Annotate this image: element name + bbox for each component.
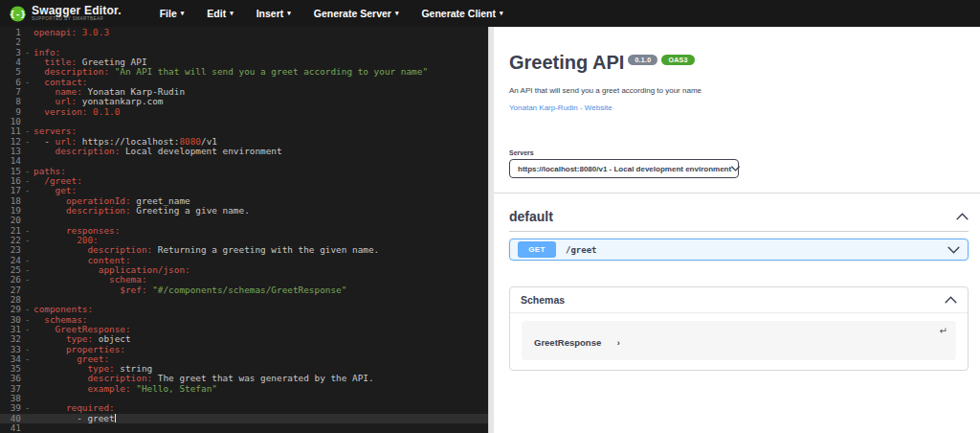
code-line[interactable]: 41 [0,423,488,433]
chevron-down-icon: ▾ [287,10,291,17]
fold-gutter [21,374,33,383]
code-line[interactable]: 2 [0,37,488,47]
operation-get-greet[interactable]: GET /greet [509,239,969,261]
code-text [33,423,488,433]
brand-text: Swagger Editor. supported by SMARTBEAR [32,5,122,22]
code-text [33,295,488,305]
code-text: $ref: "#/components/schemas/GreetRespons… [33,285,488,295]
servers-label: Servers [509,149,969,156]
fold-marker-icon[interactable]: - [21,403,33,413]
schemas-title: Schemas [521,294,565,306]
code-line[interactable]: 14 [0,156,488,166]
menu-file[interactable]: File▾ [160,8,185,19]
fold-marker-icon[interactable]: - [21,137,33,147]
code-line[interactable]: 9 version: 0.1.0 [0,107,488,117]
servers-section: Servers https://localhost:8080/v1 - Loca… [509,149,969,178]
chevron-up-icon[interactable] [956,213,969,220]
tag-section-default: default GET /greet [509,209,969,261]
swagger-ui-preview: Greeting API0.1.0OAS3 An API that will s… [494,27,980,433]
menu-label: Generate Client [421,8,496,19]
code-text [33,156,488,166]
code-line[interactable]: 13 description: Local development enviro… [0,147,488,156]
swagger-logo-icon: {-} [10,6,26,22]
code-text: components: [33,305,488,314]
code-text: description: Local development environme… [33,147,488,156]
line-number: 32 [0,334,21,344]
menu-label: File [160,8,177,19]
fold-gutter [21,384,33,394]
fold-gutter [21,245,33,255]
version-badge: 0.1.0 [628,55,657,65]
menu-label: Edit [207,8,226,19]
code-text: - greet [33,414,488,423]
code-line[interactable]: 27 $ref: "#/components/schemas/GreetResp… [0,285,488,295]
menu-generate-client[interactable]: Generate Client▾ [421,8,502,19]
get-method-badge: GET [518,241,556,258]
chevron-up-icon[interactable] [945,296,957,304]
fold-marker-icon[interactable]: - [21,305,33,314]
operation-path: /greet [566,245,947,255]
tag-default-header[interactable]: default [509,209,969,232]
fold-marker-icon[interactable]: - [21,325,33,334]
brand[interactable]: {-} Swagger Editor. supported by SMARTBE… [10,5,122,22]
line-number: 23 [0,245,21,255]
fold-gutter [21,364,33,374]
menu-insert[interactable]: Insert▾ [256,8,291,19]
code-text: description: "An API that will send you … [33,67,488,77]
menu-label: Insert [256,8,284,19]
fold-marker-icon[interactable]: - [21,236,33,245]
code-text: example: "Hello, Stefan" [33,384,488,394]
yaml-editor[interactable]: 1openapi: 3.0.323-info:4 title: Greeting… [0,27,488,433]
tag-name: default [509,209,553,224]
fold-marker-icon[interactable]: - [21,78,33,87]
fold-gutter [21,28,33,37]
fold-gutter [21,107,33,117]
jump-to-editor-icon[interactable]: ↵ [940,326,947,336]
menu-label: Generate Server [314,8,391,19]
swagger-editor-app: {-} Swagger Editor. supported by SMARTBE… [0,0,980,433]
fold-gutter [21,414,33,423]
fold-marker-icon[interactable]: - [21,275,33,285]
schemas-header[interactable]: Schemas [510,287,968,313]
fold-gutter [21,87,33,97]
fold-marker-icon[interactable]: - [21,186,33,195]
text-cursor [115,414,116,422]
brand-subtitle: supported by SMARTBEAR [32,17,122,22]
fold-gutter [21,196,33,206]
code-line[interactable]: 40 - greet [0,414,488,423]
line-number: 26 [0,275,21,285]
chevron-down-icon: ▾ [181,10,185,17]
fold-gutter [21,206,33,216]
fold-gutter [21,285,33,295]
fold-gutter [21,147,33,156]
line-number: 20 [0,216,21,225]
fold-gutter [21,423,33,433]
server-select[interactable]: https://localhost:8080/v1 - Local develo… [509,159,739,178]
chevron-down-icon [731,166,740,171]
menu-generate-server[interactable]: Generate Server▾ [314,8,399,19]
topbar: {-} Swagger Editor. supported by SMARTBE… [0,0,980,27]
oas3-badge: OAS3 [661,55,694,65]
brand-title: Swagger Editor. [32,5,122,16]
code-line[interactable]: 19 description: Greeting a give name. [0,206,488,216]
code-text: responses: [33,226,488,236]
model-greetresponse[interactable]: GreetResponse › ↵ [522,321,956,360]
contact-website-link[interactable]: Yonatan Karp-Rudin - Website [509,103,612,112]
fold-gutter [21,334,33,344]
model-name: GreetResponse [534,337,601,348]
server-selected-value: https://localhost:8080/v1 - Local develo… [518,165,731,173]
expand-model-icon[interactable]: › [617,338,620,348]
code-text: openapi: 3.0.3 [33,28,488,37]
fold-marker-icon[interactable]: - [21,48,33,57]
fold-gutter [21,97,33,106]
code-text: version: 0.1.0 [33,107,488,117]
chevron-down-icon: ▾ [395,10,399,17]
code-line[interactable]: 1openapi: 3.0.3 [0,28,488,37]
chevron-down-icon[interactable] [947,246,960,254]
fold-marker-icon[interactable]: - [21,354,33,364]
api-title-row: Greeting API0.1.0OAS3 [509,52,969,74]
code-text [33,117,488,126]
svg-text:{-}: {-} [10,8,26,18]
code-line[interactable]: 37 example: "Hello, Stefan" [0,384,488,394]
menu-edit[interactable]: Edit▾ [207,8,233,19]
